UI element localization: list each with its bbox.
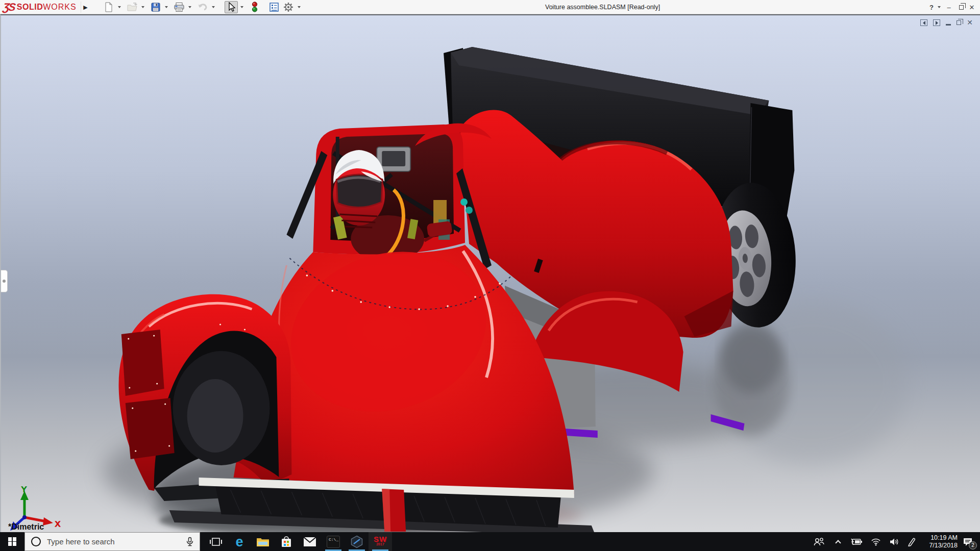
taskbar-app-hexagon[interactable] — [345, 532, 369, 551]
open-icon — [127, 2, 138, 12]
dive-plane-upper — [121, 330, 164, 396]
taskbar-app-command-prompt[interactable]: C:\_ — [322, 532, 345, 551]
search-input[interactable] — [46, 537, 185, 546]
action-center-button[interactable]: 2 — [958, 532, 978, 551]
battery-icon — [850, 538, 863, 546]
document-window-controls: ✕ — [920, 19, 973, 26]
previous-window-button[interactable] — [920, 19, 927, 26]
solidworks-logo-mark: ƷS — [2, 1, 15, 13]
document-restore-button[interactable] — [957, 20, 961, 25]
taskbar-search[interactable] — [24, 532, 200, 551]
wifi-button[interactable] — [868, 532, 884, 551]
rebuild-traffic-light-icon — [251, 2, 258, 13]
help-dropdown[interactable] — [938, 6, 941, 8]
front-left-fender[interactable] — [119, 294, 292, 491]
taskbar: e C:\_ SW — [0, 532, 980, 551]
rebuild-traffic-light-button[interactable] — [248, 1, 261, 13]
solidworks-logo-light: WORKS — [43, 3, 76, 12]
wifi-icon — [871, 538, 881, 546]
solidworks-logo: ƷS SOLIDWORKS — [3, 1, 77, 14]
start-button[interactable] — [0, 532, 24, 551]
volume-button[interactable] — [886, 532, 902, 551]
driver-helmet — [333, 150, 385, 228]
taskbar-app-store[interactable] — [275, 532, 298, 551]
gear-icon — [283, 2, 293, 12]
solidworks-app-icon: SW 2017 — [374, 537, 387, 547]
task-view-button[interactable] — [204, 532, 228, 551]
dive-plane-lower — [126, 398, 175, 459]
tray-date: 7/13/2018 — [929, 542, 958, 549]
tray-time: 10:19 AM — [930, 534, 958, 542]
select-cursor-icon — [227, 2, 236, 12]
minimize-button[interactable]: – — [944, 4, 954, 11]
windows-ink-button[interactable] — [903, 532, 920, 551]
power-status-button[interactable] — [848, 532, 865, 551]
undo-dropdown[interactable] — [210, 1, 216, 13]
edge-icon: e — [235, 535, 243, 548]
triad-x-label: X — [55, 519, 60, 528]
new-document-icon — [104, 2, 114, 12]
command-prompt-icon: C:\_ — [327, 536, 340, 548]
graphics-area[interactable]: Y X ✕ *Dimetric — [0, 14, 980, 532]
mail-icon — [303, 537, 316, 547]
taskbar-app-edge[interactable]: e — [228, 532, 251, 551]
new-document-dropdown[interactable] — [116, 1, 122, 13]
people-icon — [813, 537, 824, 546]
titlebar: ƷS SOLIDWORKS ▶ — [0, 0, 980, 14]
options-gear-button[interactable] — [282, 1, 295, 13]
file-properties-icon — [269, 2, 279, 12]
taskbar-app-solidworks[interactable]: SW 2017 — [369, 532, 392, 551]
undo-icon — [197, 2, 208, 12]
taskbar-clock[interactable]: 10:19 AM 7/13/2018 — [922, 532, 958, 551]
save-button[interactable] — [149, 1, 162, 13]
print-button[interactable] — [173, 1, 186, 13]
taskbar-app-mail[interactable] — [298, 532, 322, 551]
cortana-icon — [31, 537, 41, 546]
options-dropdown[interactable] — [296, 1, 302, 13]
microphone-icon[interactable] — [185, 537, 194, 547]
speaker-icon — [889, 538, 899, 546]
people-button[interactable] — [811, 532, 827, 551]
hexagon-app-icon — [350, 535, 363, 548]
select-button[interactable] — [225, 1, 238, 13]
help-button[interactable]: ? — [926, 4, 937, 11]
document-close-button[interactable]: ✕ — [967, 19, 973, 26]
next-window-button[interactable] — [933, 19, 940, 26]
hidden-icons-button[interactable] — [830, 532, 846, 551]
task-view-icon — [210, 536, 222, 547]
pen-icon — [907, 537, 916, 546]
view-orientation-label: *Dimetric — [8, 522, 44, 532]
save-dropdown[interactable] — [163, 1, 169, 13]
windows-logo-icon — [8, 537, 17, 546]
feature-panel-tab[interactable] — [1, 270, 8, 292]
chevron-up-icon — [835, 540, 841, 545]
file-properties-button[interactable] — [267, 1, 281, 13]
window-title: Voiture assomblee.SLDASM [Read-only] — [545, 0, 660, 14]
new-document-button[interactable] — [102, 1, 115, 13]
menu-flyout-arrow[interactable]: ▶ — [81, 2, 90, 13]
standard-toolbar — [102, 1, 304, 13]
file-explorer-icon — [256, 536, 270, 547]
triad-y-label: Y — [21, 485, 27, 493]
taskbar-app-file-explorer[interactable] — [251, 532, 275, 551]
document-minimize-button[interactable] — [946, 24, 951, 26]
close-button[interactable]: ✕ — [967, 4, 977, 11]
undo-button[interactable] — [196, 1, 209, 13]
solidworks-logo-bold: SOLID — [17, 3, 43, 12]
notification-badge: 2 — [969, 541, 977, 549]
save-icon — [151, 2, 161, 12]
select-dropdown[interactable] — [239, 1, 245, 13]
window-controls: ? – ✕ — [926, 0, 977, 14]
print-dropdown[interactable] — [187, 1, 193, 13]
restore-button[interactable] — [959, 5, 964, 10]
open-dropdown[interactable] — [140, 1, 146, 13]
store-icon — [280, 536, 292, 548]
open-button[interactable] — [126, 1, 139, 13]
3d-model-viewport[interactable]: Y X — [1, 15, 980, 532]
print-icon — [174, 2, 185, 12]
